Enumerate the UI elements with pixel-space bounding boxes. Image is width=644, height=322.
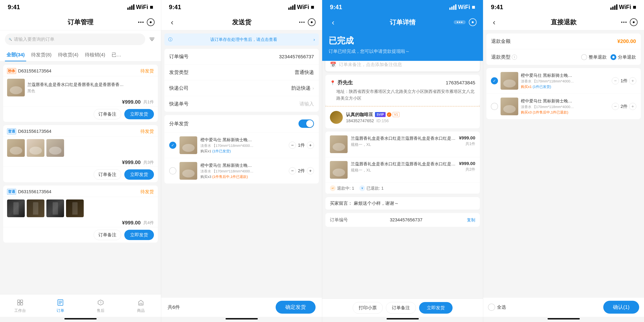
form-row-tracking[interactable]: 快递单号 请输入 xyxy=(164,96,319,112)
refunded-icon: ¥ xyxy=(359,185,365,191)
tab-all[interactable]: 全部(34) xyxy=(3,48,28,61)
home-indicator-4 xyxy=(548,318,580,320)
remark-button-1[interactable]: 订单备注 xyxy=(94,109,121,119)
target-icon-3[interactable] xyxy=(469,18,476,26)
note-box[interactable]: 📅 订单未备注，点击添加备注信息 xyxy=(326,61,480,72)
radio-full-refund[interactable]: 整单退款 xyxy=(581,54,607,60)
order-label: 订单 xyxy=(56,308,64,313)
select-all-checkbox[interactable] xyxy=(488,304,495,311)
nav-bar-1: 订单管理 xyxy=(0,14,161,30)
remark-button-detail[interactable]: 订单备注 xyxy=(386,302,416,314)
page-title-4: 直接退款 xyxy=(551,18,576,26)
refund-qty-minus-2[interactable]: − xyxy=(612,103,619,110)
ship-button-1[interactable]: 立即发货 xyxy=(124,109,154,119)
copy-button[interactable]: 复制 xyxy=(467,217,475,223)
qty-control-1: − 1件 + xyxy=(289,142,314,149)
refund-info-icon[interactable]: i xyxy=(512,54,517,60)
nav-order[interactable]: 订单 xyxy=(40,298,80,313)
order-id-1: D631556173564 xyxy=(18,68,51,74)
check-icon-r1: ✓ xyxy=(493,78,496,83)
split-toggle[interactable] xyxy=(298,120,314,128)
radio-split-refund[interactable]: 分单退款 xyxy=(610,54,636,60)
qty-plus-2[interactable]: + xyxy=(307,167,314,174)
wifi-icon-4: WiFi xyxy=(619,4,631,10)
nav-aftersale[interactable]: S 售后 xyxy=(80,298,121,313)
radio-split-label: 分单退款 xyxy=(618,54,636,60)
more-icon-3[interactable] xyxy=(454,20,466,24)
wifi-icon-1: WiFi xyxy=(136,4,148,10)
nav-workbench[interactable]: 工作台 xyxy=(0,298,40,313)
confirm-ship-button[interactable]: 确定发货 xyxy=(276,301,316,314)
select-all-area[interactable]: 全选 xyxy=(488,304,506,311)
refund-checkbox-1[interactable]: ✓ xyxy=(491,77,498,84)
notice-banner[interactable]: ⓘ 该订单存在处理中售后，请点击查看 › xyxy=(164,34,319,46)
screen-refund: 9:41 WiFi ■ ‹ 直接退款 退款金额 xyxy=(483,0,644,322)
qty-minus-1[interactable]: − xyxy=(289,142,296,149)
product-checkbox-2[interactable] xyxy=(169,167,176,174)
buyer-name-row: 认真的咖啡豆 SVIP ✓ V1 xyxy=(346,112,400,118)
order-status-2: 待发货 xyxy=(140,128,154,134)
total-count: 共6件 xyxy=(168,304,180,310)
count-1: 共1件 xyxy=(143,99,154,105)
refund-qty-plus-1[interactable]: + xyxy=(629,77,636,84)
ship-button-3[interactable]: 立即发货 xyxy=(124,230,154,240)
split-label: 分单发货 xyxy=(169,120,188,127)
refund-qty-minus-1[interactable]: − xyxy=(612,77,619,84)
back-button-2[interactable]: ‹ xyxy=(168,18,176,27)
tab-pending-receive[interactable]: 待收货(4) xyxy=(55,48,82,61)
v1-badge: V1 xyxy=(393,112,400,117)
order-header-2: 普通 D631556173564 待发货 xyxy=(3,125,158,136)
target-icon-1[interactable] xyxy=(147,18,154,26)
refund-footer: 全选 确认(1) xyxy=(483,297,644,317)
more-icon-4[interactable] xyxy=(621,22,626,23)
more-icon-1[interactable] xyxy=(138,22,144,23)
order-number-section: 订单编号 3234457656737 复制 xyxy=(326,213,480,227)
battery-icon-2: ■ xyxy=(311,4,314,10)
remark-button-3[interactable]: 订单备注 xyxy=(94,230,121,240)
detail-prod-price-col-2: ¥999.00 共2件 xyxy=(459,161,475,179)
radio-dot xyxy=(612,56,614,58)
refund-product-1: ✓ 橙中爱马仕 黑标新骑士晚… 淡香水 【170mm*118mm*4000… 购… xyxy=(486,68,641,94)
nav-goods[interactable]: 商品 xyxy=(121,298,161,313)
price-row-3: ¥999.00 共4件 xyxy=(3,220,158,227)
tab-pending-verify[interactable]: 待核销(4) xyxy=(82,48,108,61)
signal-icon-4 xyxy=(610,4,618,10)
qty-minus-2[interactable]: − xyxy=(289,167,296,174)
order-status-desc: 订单已经完成，您可以申请货款提现啦～ xyxy=(328,48,476,54)
refund-amount-row: 退款金额 ¥200.00 xyxy=(486,34,641,49)
refund-prod-thumb-2 xyxy=(500,98,518,115)
product-thumb-3a xyxy=(7,200,25,217)
product-thumb-2c xyxy=(46,139,64,157)
target-icon-2[interactable] xyxy=(308,18,316,26)
svg-rect-3 xyxy=(18,300,20,302)
tab-pending-ship[interactable]: 待发货(8) xyxy=(28,48,55,61)
detail-prod-count-1: 共1件 xyxy=(459,141,475,146)
back-button-4[interactable]: ‹ xyxy=(490,18,498,27)
tab-more[interactable]: 已… xyxy=(108,48,124,61)
product-checkbox-1[interactable]: ✓ xyxy=(169,142,176,149)
search-input-box[interactable]: 🔍 请输入要查询的订单 xyxy=(5,34,145,45)
refund-type-label: 退款类型 xyxy=(491,54,510,60)
ship-button-2[interactable]: 立即发货 xyxy=(124,169,154,180)
refund-checkbox-2[interactable] xyxy=(491,103,498,110)
remark-button-2[interactable]: 订单备注 xyxy=(94,169,121,180)
ship-product-thumb-1 xyxy=(180,136,197,154)
more-icon-2[interactable] xyxy=(299,22,304,23)
status-time-4: 9:41 xyxy=(491,4,503,11)
confirm-refund-button[interactable]: 确认(1) xyxy=(603,301,639,314)
back-button-3[interactable]: ‹ xyxy=(328,18,338,27)
nav-right-4 xyxy=(621,18,638,26)
ship-button-detail[interactable]: 立即发货 xyxy=(419,302,452,314)
filter-icon[interactable] xyxy=(148,35,156,44)
company-label: 快递公司 xyxy=(169,85,202,92)
status-bar-3: 9:41 WiFi ■ xyxy=(322,0,483,14)
form-row-company[interactable]: 快递公司 韵达快递 › xyxy=(164,80,319,96)
target-icon-4[interactable] xyxy=(630,18,638,26)
detail-prod-thumb-2 xyxy=(330,161,348,179)
order-badge-normal-2: 普通 xyxy=(7,128,16,134)
qty-plus-1[interactable]: + xyxy=(307,142,314,149)
print-button[interactable]: 打印小票 xyxy=(353,302,383,314)
detail-prod-price-2: ¥999.00 xyxy=(459,161,475,166)
refund-qty-plus-2[interactable]: + xyxy=(629,103,636,110)
nav-right-1 xyxy=(138,18,154,26)
